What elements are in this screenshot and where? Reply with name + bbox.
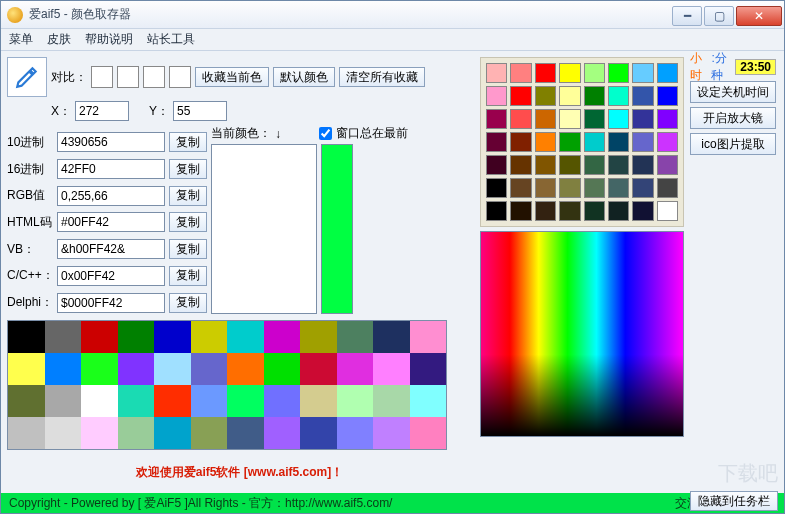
- favorite-swatch[interactable]: [154, 385, 191, 417]
- close-button[interactable]: ✕: [736, 6, 782, 26]
- palette-swatch[interactable]: [559, 155, 580, 175]
- palette-swatch[interactable]: [584, 63, 605, 83]
- palette-swatch[interactable]: [657, 86, 678, 106]
- palette-swatch[interactable]: [632, 132, 653, 152]
- always-on-top-checkbox[interactable]: [319, 127, 332, 140]
- hex-input[interactable]: [57, 159, 165, 179]
- menu-item[interactable]: 帮助说明: [85, 31, 133, 48]
- favorite-swatch[interactable]: [264, 385, 301, 417]
- favorite-swatch[interactable]: [337, 417, 374, 449]
- gradient-picker[interactable]: [480, 231, 684, 437]
- favorite-swatch[interactable]: [410, 321, 447, 353]
- palette-swatch[interactable]: [559, 201, 580, 221]
- palette-swatch[interactable]: [657, 63, 678, 83]
- favorite-swatch[interactable]: [410, 353, 447, 385]
- favorite-swatch[interactable]: [8, 321, 45, 353]
- favorite-swatch[interactable]: [154, 417, 191, 449]
- y-input[interactable]: [173, 101, 227, 121]
- menu-item[interactable]: 站长工具: [147, 31, 195, 48]
- palette-swatch[interactable]: [584, 155, 605, 175]
- copy-button[interactable]: 复制: [169, 186, 207, 206]
- favorite-swatch[interactable]: [300, 417, 337, 449]
- palette-swatch[interactable]: [584, 86, 605, 106]
- palette-swatch[interactable]: [584, 109, 605, 129]
- favorite-swatch[interactable]: [300, 321, 337, 353]
- palette-swatch[interactable]: [510, 109, 531, 129]
- palette-swatch[interactable]: [535, 86, 556, 106]
- copy-button[interactable]: 复制: [169, 266, 207, 286]
- palette-swatch[interactable]: [632, 86, 653, 106]
- shutdown-timer-button[interactable]: 设定关机时间: [690, 81, 776, 103]
- favorite-swatch[interactable]: [118, 417, 155, 449]
- palette-swatch[interactable]: [535, 109, 556, 129]
- favorite-swatch[interactable]: [81, 321, 118, 353]
- palette-swatch[interactable]: [584, 132, 605, 152]
- favorite-swatch[interactable]: [300, 353, 337, 385]
- favorite-swatch[interactable]: [337, 385, 374, 417]
- copy-button[interactable]: 复制: [169, 239, 207, 259]
- palette-swatch[interactable]: [632, 201, 653, 221]
- favorite-swatch[interactable]: [227, 385, 264, 417]
- menu-item[interactable]: 菜单: [9, 31, 33, 48]
- palette-swatch[interactable]: [535, 132, 556, 152]
- palette-swatch[interactable]: [486, 201, 507, 221]
- palette-swatch[interactable]: [608, 63, 629, 83]
- favorite-swatch[interactable]: [264, 353, 301, 385]
- palette-swatch[interactable]: [535, 178, 556, 198]
- favorite-swatch[interactable]: [8, 353, 45, 385]
- palette-swatch[interactable]: [559, 63, 580, 83]
- palette-swatch[interactable]: [632, 109, 653, 129]
- compare-swatch[interactable]: [91, 66, 113, 88]
- favorite-swatch[interactable]: [191, 385, 228, 417]
- favorite-swatch[interactable]: [81, 417, 118, 449]
- delphi-input[interactable]: [57, 293, 165, 313]
- cc-input[interactable]: [57, 266, 165, 286]
- palette-swatch[interactable]: [486, 178, 507, 198]
- eyedropper-button[interactable]: [7, 57, 47, 97]
- palette-swatch[interactable]: [608, 132, 629, 152]
- compare-swatch[interactable]: [117, 66, 139, 88]
- favorite-swatch[interactable]: [45, 417, 82, 449]
- favorite-swatch[interactable]: [191, 353, 228, 385]
- palette-swatch[interactable]: [486, 109, 507, 129]
- favorite-swatch[interactable]: [373, 353, 410, 385]
- palette-swatch[interactable]: [535, 155, 556, 175]
- favorite-swatch[interactable]: [227, 321, 264, 353]
- favorite-swatch[interactable]: [45, 321, 82, 353]
- palette-swatch[interactable]: [535, 63, 556, 83]
- palette-swatch[interactable]: [657, 109, 678, 129]
- minimize-button[interactable]: ━: [672, 6, 702, 26]
- rgb-input[interactable]: [57, 186, 165, 206]
- compare-swatch[interactable]: [143, 66, 165, 88]
- favorite-swatch[interactable]: [154, 353, 191, 385]
- dec-input[interactable]: [57, 132, 165, 152]
- palette-swatch[interactable]: [608, 178, 629, 198]
- favorite-swatch[interactable]: [191, 321, 228, 353]
- palette-swatch[interactable]: [559, 178, 580, 198]
- copy-button[interactable]: 复制: [169, 132, 207, 152]
- palette-swatch[interactable]: [632, 63, 653, 83]
- favorite-swatch[interactable]: [118, 321, 155, 353]
- palette-swatch[interactable]: [608, 109, 629, 129]
- palette-swatch[interactable]: [559, 132, 580, 152]
- favorite-current-button[interactable]: 收藏当前色: [195, 67, 269, 87]
- palette-swatch[interactable]: [608, 201, 629, 221]
- vb-input[interactable]: [57, 239, 165, 259]
- favorite-swatch[interactable]: [264, 417, 301, 449]
- menu-item[interactable]: 皮肤: [47, 31, 71, 48]
- favorite-swatch[interactable]: [227, 417, 264, 449]
- favorite-swatch[interactable]: [154, 321, 191, 353]
- favorite-swatch[interactable]: [373, 385, 410, 417]
- standard-palette[interactable]: [480, 57, 684, 227]
- palette-swatch[interactable]: [657, 155, 678, 175]
- x-input[interactable]: [75, 101, 129, 121]
- palette-swatch[interactable]: [486, 155, 507, 175]
- favorite-swatch[interactable]: [8, 417, 45, 449]
- favorite-swatch[interactable]: [337, 321, 374, 353]
- favorite-swatch[interactable]: [191, 417, 228, 449]
- favorite-swatch[interactable]: [410, 417, 447, 449]
- favorite-swatch[interactable]: [8, 385, 45, 417]
- ico-extract-button[interactable]: ico图片提取: [690, 133, 776, 155]
- palette-swatch[interactable]: [486, 132, 507, 152]
- palette-swatch[interactable]: [657, 201, 678, 221]
